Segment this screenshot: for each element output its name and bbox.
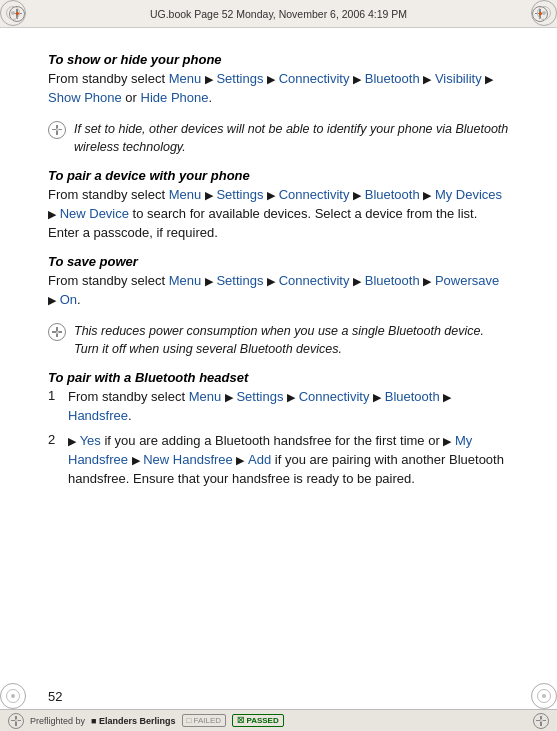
numbered-list: 1 From standby select Menu ▶ Settings ▶ … xyxy=(48,388,509,488)
section-save-power-heading: To save power xyxy=(48,254,509,269)
section-pair-device-heading: To pair a device with your phone xyxy=(48,168,509,183)
section-pair-device: To pair a device with your phone From st… xyxy=(48,168,509,243)
elanders-logo: ■ Elanders Berlings xyxy=(91,716,175,726)
section-pair-headset-heading: To pair with a Bluetooth headset xyxy=(48,370,509,385)
info-icon-show-hide xyxy=(48,121,66,139)
info-text-save-power: This reduces power consumption when you … xyxy=(74,322,509,358)
info-box-show-hide: If set to hide, other devices will not b… xyxy=(48,120,509,156)
header-bar: UG.book Page 52 Monday, November 6, 2006… xyxy=(0,0,557,28)
section-show-hide: To show or hide your phone From standby … xyxy=(48,52,509,108)
list-content-2: ▶ Yes if you are adding a Bluetooth hand… xyxy=(68,432,509,489)
info-text-show-hide: If set to hide, other devices will not b… xyxy=(74,120,509,156)
section-show-hide-body: From standby select Menu ▶ Settings ▶ Co… xyxy=(48,70,509,108)
info-box-save-power: This reduces power consumption when you … xyxy=(48,322,509,358)
bottom-crosshair-left xyxy=(8,713,24,729)
list-item-2: 2 ▶ Yes if you are adding a Bluetooth ha… xyxy=(48,432,509,489)
page-container: UG.book Page 52 Monday, November 6, 2006… xyxy=(0,0,557,731)
section-save-power-body: From standby select Menu ▶ Settings ▶ Co… xyxy=(48,272,509,310)
preflighted-label: Preflighted by xyxy=(30,716,85,726)
badge-failed: □ FAILED xyxy=(182,714,227,727)
list-content-1: From standby select Menu ▶ Settings ▶ Co… xyxy=(68,388,509,426)
header-text: UG.book Page 52 Monday, November 6, 2006… xyxy=(26,8,531,20)
content-area: To show or hide your phone From standby … xyxy=(0,28,557,683)
section-show-hide-heading: To show or hide your phone xyxy=(48,52,509,67)
corner-decoration-bl xyxy=(0,679,30,709)
list-number-1: 1 xyxy=(48,388,62,403)
info-icon-save-power xyxy=(48,323,66,341)
list-item-1: 1 From standby select Menu ▶ Settings ▶ … xyxy=(48,388,509,426)
page-number: 52 xyxy=(48,689,62,704)
corner-decoration-tl xyxy=(0,0,30,30)
company-name: Elanders Berlings xyxy=(99,716,176,726)
page-footer: 52 xyxy=(0,683,557,709)
corner-decoration-tr xyxy=(527,0,557,30)
section-save-power: To save power From standby select Menu ▶… xyxy=(48,254,509,310)
bottom-crosshair-right xyxy=(533,713,549,729)
section-pair-device-body: From standby select Menu ▶ Settings ▶ Co… xyxy=(48,186,509,243)
badge-passed: ☒ PASSED xyxy=(232,714,284,727)
corner-decoration-br xyxy=(527,679,557,709)
bottom-bar: Preflighted by ■ Elanders Berlings □ FAI… xyxy=(0,709,557,731)
section-pair-headset: To pair with a Bluetooth headset 1 From … xyxy=(48,370,509,488)
list-number-2: 2 xyxy=(48,432,62,447)
